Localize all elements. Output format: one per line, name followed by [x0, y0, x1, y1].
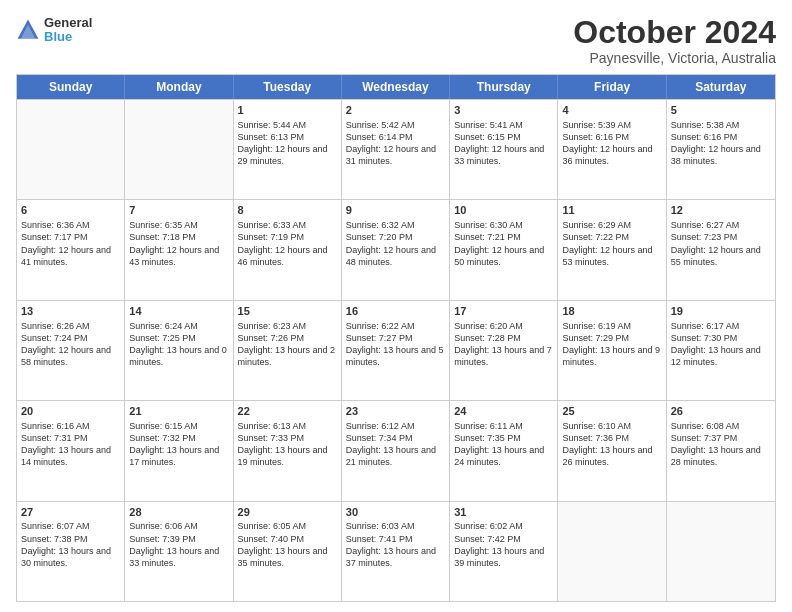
cell-info: Sunrise: 6:17 AM Sunset: 7:30 PM Dayligh… [671, 320, 771, 369]
cell-day-number: 2 [346, 103, 445, 118]
cell-day-number: 16 [346, 304, 445, 319]
cal-cell: 22Sunrise: 6:13 AM Sunset: 7:33 PM Dayli… [234, 401, 342, 500]
cell-day-number: 20 [21, 404, 120, 419]
cell-info: Sunrise: 6:03 AM Sunset: 7:41 PM Dayligh… [346, 520, 445, 569]
cell-info: Sunrise: 6:30 AM Sunset: 7:21 PM Dayligh… [454, 219, 553, 268]
logo-general: General [44, 16, 92, 30]
cell-info: Sunrise: 5:38 AM Sunset: 6:16 PM Dayligh… [671, 119, 771, 168]
cal-cell: 13Sunrise: 6:26 AM Sunset: 7:24 PM Dayli… [17, 301, 125, 400]
cell-day-number: 5 [671, 103, 771, 118]
logo-icon [16, 18, 40, 42]
cal-cell: 11Sunrise: 6:29 AM Sunset: 7:22 PM Dayli… [558, 200, 666, 299]
cell-info: Sunrise: 6:06 AM Sunset: 7:39 PM Dayligh… [129, 520, 228, 569]
cell-day-number: 9 [346, 203, 445, 218]
cal-cell: 31Sunrise: 6:02 AM Sunset: 7:42 PM Dayli… [450, 502, 558, 601]
cell-day-number: 11 [562, 203, 661, 218]
cal-cell: 17Sunrise: 6:20 AM Sunset: 7:28 PM Dayli… [450, 301, 558, 400]
cell-day-number: 4 [562, 103, 661, 118]
cell-info: Sunrise: 6:11 AM Sunset: 7:35 PM Dayligh… [454, 420, 553, 469]
cell-day-number: 22 [238, 404, 337, 419]
cell-info: Sunrise: 6:20 AM Sunset: 7:28 PM Dayligh… [454, 320, 553, 369]
week-row-5: 27Sunrise: 6:07 AM Sunset: 7:38 PM Dayli… [17, 501, 775, 601]
cell-day-number: 1 [238, 103, 337, 118]
cell-info: Sunrise: 6:23 AM Sunset: 7:26 PM Dayligh… [238, 320, 337, 369]
cell-info: Sunrise: 6:22 AM Sunset: 7:27 PM Dayligh… [346, 320, 445, 369]
cell-info: Sunrise: 5:44 AM Sunset: 6:13 PM Dayligh… [238, 119, 337, 168]
header: General Blue October 2024 Paynesville, V… [16, 16, 776, 66]
cal-cell: 1Sunrise: 5:44 AM Sunset: 6:13 PM Daylig… [234, 100, 342, 199]
header-day-wednesday: Wednesday [342, 75, 450, 99]
cal-cell: 4Sunrise: 5:39 AM Sunset: 6:16 PM Daylig… [558, 100, 666, 199]
cell-day-number: 21 [129, 404, 228, 419]
week-row-2: 6Sunrise: 6:36 AM Sunset: 7:17 PM Daylig… [17, 199, 775, 299]
cal-cell: 8Sunrise: 6:33 AM Sunset: 7:19 PM Daylig… [234, 200, 342, 299]
cal-cell: 26Sunrise: 6:08 AM Sunset: 7:37 PM Dayli… [667, 401, 775, 500]
cal-cell: 18Sunrise: 6:19 AM Sunset: 7:29 PM Dayli… [558, 301, 666, 400]
cell-day-number: 29 [238, 505, 337, 520]
cal-cell: 15Sunrise: 6:23 AM Sunset: 7:26 PM Dayli… [234, 301, 342, 400]
cell-info: Sunrise: 6:27 AM Sunset: 7:23 PM Dayligh… [671, 219, 771, 268]
cal-cell [17, 100, 125, 199]
cell-info: Sunrise: 6:08 AM Sunset: 7:37 PM Dayligh… [671, 420, 771, 469]
cal-cell [667, 502, 775, 601]
cal-cell: 20Sunrise: 6:16 AM Sunset: 7:31 PM Dayli… [17, 401, 125, 500]
cell-day-number: 12 [671, 203, 771, 218]
cell-day-number: 30 [346, 505, 445, 520]
cal-cell: 6Sunrise: 6:36 AM Sunset: 7:17 PM Daylig… [17, 200, 125, 299]
cal-cell: 19Sunrise: 6:17 AM Sunset: 7:30 PM Dayli… [667, 301, 775, 400]
cell-day-number: 15 [238, 304, 337, 319]
cell-day-number: 13 [21, 304, 120, 319]
cal-cell: 30Sunrise: 6:03 AM Sunset: 7:41 PM Dayli… [342, 502, 450, 601]
week-row-1: 1Sunrise: 5:44 AM Sunset: 6:13 PM Daylig… [17, 99, 775, 199]
cal-cell [125, 100, 233, 199]
cell-info: Sunrise: 6:33 AM Sunset: 7:19 PM Dayligh… [238, 219, 337, 268]
cal-cell: 27Sunrise: 6:07 AM Sunset: 7:38 PM Dayli… [17, 502, 125, 601]
month-title: October 2024 [573, 16, 776, 48]
cell-info: Sunrise: 6:10 AM Sunset: 7:36 PM Dayligh… [562, 420, 661, 469]
cell-info: Sunrise: 6:36 AM Sunset: 7:17 PM Dayligh… [21, 219, 120, 268]
cell-day-number: 14 [129, 304, 228, 319]
title-block: October 2024 Paynesville, Victoria, Aust… [573, 16, 776, 66]
cell-day-number: 17 [454, 304, 553, 319]
header-day-thursday: Thursday [450, 75, 558, 99]
calendar-header: SundayMondayTuesdayWednesdayThursdayFrid… [17, 75, 775, 99]
cal-cell: 10Sunrise: 6:30 AM Sunset: 7:21 PM Dayli… [450, 200, 558, 299]
cell-info: Sunrise: 6:15 AM Sunset: 7:32 PM Dayligh… [129, 420, 228, 469]
cal-cell [558, 502, 666, 601]
cal-cell: 25Sunrise: 6:10 AM Sunset: 7:36 PM Dayli… [558, 401, 666, 500]
cell-day-number: 23 [346, 404, 445, 419]
cell-day-number: 6 [21, 203, 120, 218]
header-day-monday: Monday [125, 75, 233, 99]
cell-day-number: 18 [562, 304, 661, 319]
logo-text: General Blue [44, 16, 92, 45]
cell-info: Sunrise: 6:35 AM Sunset: 7:18 PM Dayligh… [129, 219, 228, 268]
cal-cell: 5Sunrise: 5:38 AM Sunset: 6:16 PM Daylig… [667, 100, 775, 199]
cal-cell: 23Sunrise: 6:12 AM Sunset: 7:34 PM Dayli… [342, 401, 450, 500]
calendar-body: 1Sunrise: 5:44 AM Sunset: 6:13 PM Daylig… [17, 99, 775, 601]
cell-info: Sunrise: 6:16 AM Sunset: 7:31 PM Dayligh… [21, 420, 120, 469]
cell-day-number: 10 [454, 203, 553, 218]
header-day-friday: Friday [558, 75, 666, 99]
header-day-tuesday: Tuesday [234, 75, 342, 99]
calendar: SundayMondayTuesdayWednesdayThursdayFrid… [16, 74, 776, 602]
cal-cell: 21Sunrise: 6:15 AM Sunset: 7:32 PM Dayli… [125, 401, 233, 500]
header-day-saturday: Saturday [667, 75, 775, 99]
cell-info: Sunrise: 5:41 AM Sunset: 6:15 PM Dayligh… [454, 119, 553, 168]
cell-day-number: 19 [671, 304, 771, 319]
cal-cell: 28Sunrise: 6:06 AM Sunset: 7:39 PM Dayli… [125, 502, 233, 601]
cell-info: Sunrise: 5:42 AM Sunset: 6:14 PM Dayligh… [346, 119, 445, 168]
cal-cell: 24Sunrise: 6:11 AM Sunset: 7:35 PM Dayli… [450, 401, 558, 500]
week-row-4: 20Sunrise: 6:16 AM Sunset: 7:31 PM Dayli… [17, 400, 775, 500]
cell-day-number: 31 [454, 505, 553, 520]
cell-info: Sunrise: 6:07 AM Sunset: 7:38 PM Dayligh… [21, 520, 120, 569]
page: General Blue October 2024 Paynesville, V… [0, 0, 792, 612]
cal-cell: 3Sunrise: 5:41 AM Sunset: 6:15 PM Daylig… [450, 100, 558, 199]
cell-info: Sunrise: 6:24 AM Sunset: 7:25 PM Dayligh… [129, 320, 228, 369]
cal-cell: 14Sunrise: 6:24 AM Sunset: 7:25 PM Dayli… [125, 301, 233, 400]
cell-day-number: 28 [129, 505, 228, 520]
cal-cell: 16Sunrise: 6:22 AM Sunset: 7:27 PM Dayli… [342, 301, 450, 400]
logo: General Blue [16, 16, 92, 45]
cell-day-number: 27 [21, 505, 120, 520]
cell-info: Sunrise: 6:02 AM Sunset: 7:42 PM Dayligh… [454, 520, 553, 569]
cal-cell: 7Sunrise: 6:35 AM Sunset: 7:18 PM Daylig… [125, 200, 233, 299]
